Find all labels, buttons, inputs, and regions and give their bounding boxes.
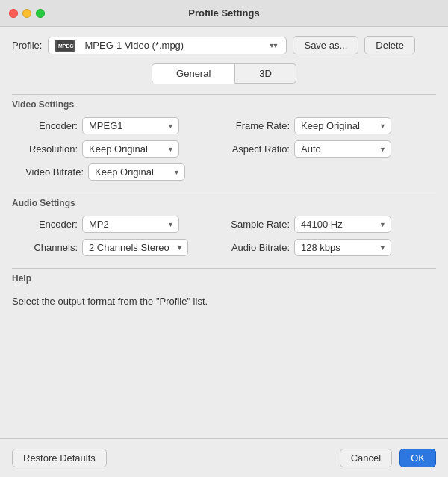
video-settings-title: Video Settings — [12, 99, 436, 110]
encoder-select[interactable]: MPEG1 — [82, 117, 179, 134]
resolution-select-wrapper[interactable]: Keep Original — [82, 140, 179, 158]
audio-bitrate-row: Audio Bitrate: 128 kbps — [230, 239, 430, 256]
aspect-ratio-label: Aspect Ratio: — [230, 143, 290, 155]
audio-bitrate-label: Audio Bitrate: — [230, 242, 290, 253]
video-bitrate-label: Video Bitrate: — [18, 166, 84, 178]
encoder-row: Encoder: MPEG1 — [18, 117, 218, 134]
bottom-right-buttons: Cancel OK — [340, 449, 436, 467]
close-button[interactable] — [9, 9, 18, 18]
channels-row: Channels: 2 Channels Stereo — [18, 239, 218, 256]
bottom-bar: Restore Defaults Cancel OK — [0, 438, 448, 477]
minimize-button[interactable] — [22, 9, 31, 18]
traffic-lights — [9, 9, 45, 18]
help-section: Help Select the output format from the "… — [12, 268, 436, 307]
audio-encoder-row: Encoder: MP2 — [18, 216, 218, 233]
frame-rate-select-wrapper[interactable]: Keep Original — [294, 117, 391, 134]
channels-select-wrapper[interactable]: 2 Channels Stereo — [82, 239, 188, 256]
title-bar: Profile Settings — [0, 0, 448, 27]
tab-general[interactable]: General — [152, 63, 235, 84]
audio-bitrate-select[interactable]: 128 kbps — [294, 239, 391, 256]
delete-button[interactable]: Delete — [364, 36, 415, 54]
video-bitrate-row: Video Bitrate: Keep Original — [12, 163, 436, 181]
main-content: Profile: MPEG MPEG-1 Video (*.mpg) ▼ Sav… — [0, 27, 448, 328]
ok-button[interactable]: OK — [399, 449, 436, 467]
profile-select[interactable]: MPEG-1 Video (*.mpg) — [84, 40, 280, 51]
frame-rate-row: Frame Rate: Keep Original — [230, 117, 430, 134]
audio-bitrate-select-wrapper[interactable]: 128 kbps — [294, 239, 391, 256]
resolution-row: Resolution: Keep Original — [18, 140, 218, 158]
resolution-label: Resolution: — [18, 143, 78, 155]
restore-defaults-button[interactable]: Restore Defaults — [12, 449, 107, 467]
frame-rate-label: Frame Rate: — [230, 120, 290, 131]
profile-label: Profile: — [12, 40, 42, 51]
audio-encoder-select[interactable]: MP2 — [82, 216, 179, 233]
resolution-select[interactable]: Keep Original — [82, 140, 179, 158]
help-title: Help — [12, 273, 436, 284]
tabs-container: General 3D — [12, 63, 436, 84]
svg-text:MPEG: MPEG — [58, 43, 73, 49]
sample-rate-select[interactable]: 44100 Hz — [294, 216, 391, 233]
profile-row: Profile: MPEG MPEG-1 Video (*.mpg) ▼ Sav… — [12, 36, 436, 54]
tab-3d[interactable]: 3D — [235, 63, 296, 84]
sample-rate-row: Sample Rate: 44100 Hz — [230, 216, 430, 233]
sample-rate-label: Sample Rate: — [230, 219, 290, 230]
video-bitrate-select[interactable]: Keep Original — [88, 163, 185, 181]
audio-encoder-label: Encoder: — [18, 219, 78, 230]
help-text: Select the output format from the "Profi… — [12, 291, 436, 307]
encoder-label: Encoder: — [18, 120, 78, 131]
maximize-button[interactable] — [36, 9, 45, 18]
audio-settings-section: Audio Settings Encoder: MP2 Sample Rate:… — [12, 193, 436, 256]
video-settings-section: Video Settings Encoder: MPEG1 Frame Rate… — [12, 94, 436, 181]
profile-dropdown-wrapper[interactable]: MPEG-1 Video (*.mpg) ▼ — [84, 40, 280, 51]
aspect-ratio-select[interactable]: Auto — [294, 140, 391, 158]
aspect-ratio-select-wrapper[interactable]: Auto — [294, 140, 391, 158]
video-bitrate-select-wrapper[interactable]: Keep Original — [88, 163, 185, 181]
channels-label: Channels: — [18, 242, 78, 253]
video-settings-grid: Encoder: MPEG1 Frame Rate: Keep Original — [12, 117, 436, 158]
audio-settings-title: Audio Settings — [12, 198, 436, 208]
frame-rate-select[interactable]: Keep Original — [294, 117, 391, 134]
aspect-ratio-row: Aspect Ratio: Auto — [230, 140, 430, 158]
cancel-button[interactable]: Cancel — [340, 449, 392, 467]
profile-select-container: MPEG MPEG-1 Video (*.mpg) ▼ — [48, 37, 287, 54]
channels-select[interactable]: 2 Channels Stereo — [82, 239, 188, 256]
save-as-button[interactable]: Save as... — [293, 36, 358, 54]
sample-rate-select-wrapper[interactable]: 44100 Hz — [294, 216, 391, 233]
encoder-select-wrapper[interactable]: MPEG1 — [82, 117, 179, 134]
window-title: Profile Settings — [188, 7, 259, 19]
audio-settings-grid: Encoder: MP2 Sample Rate: 44100 Hz Cha — [12, 216, 436, 256]
profile-icon: MPEG — [55, 40, 75, 52]
audio-encoder-select-wrapper[interactable]: MP2 — [82, 216, 179, 233]
